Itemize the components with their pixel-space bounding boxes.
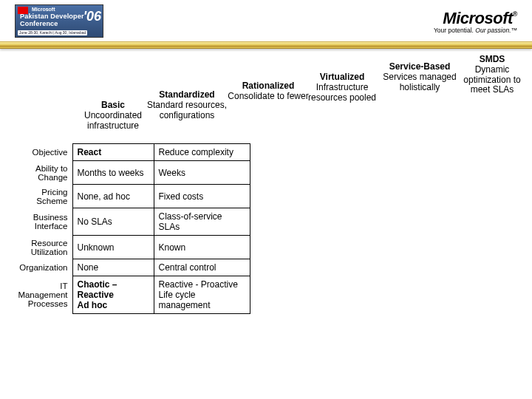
conference-badge: Microsoft Pakistan Developer Conference … [15,4,103,38]
slide-header: Microsoft Pakistan Developer Conference … [0,0,532,41]
maturity-levels: Basic Uncoordinated infrastructure Stand… [6,55,526,143]
cell-basic: Months to weeks [72,161,154,185]
table-row: Objective React Reduce complexity [6,144,250,161]
row-label: Business Interface [6,208,72,236]
level-rationalized: Rationalized Consolidate to fewer [228,81,309,102]
microsoft-logo: Microsoft® [434,9,517,28]
cell-basic: None [72,259,154,276]
level-standardized: Standardized Standard resources, configu… [143,90,231,120]
comparison-table: Objective React Reduce complexity Abilit… [6,143,250,314]
table-row: Ability to Change Months to weeks Weeks [6,161,250,185]
cell-standardized: Fixed costs [154,185,250,208]
slide-content: Basic Uncoordinated infrastructure Stand… [0,49,532,314]
row-label: Resource Utilization [6,236,72,259]
level-smds: SMDS Dynamic optimization to meet SLAs [455,55,529,95]
row-label: Pricing Scheme [6,185,72,208]
cell-basic: Unknown [72,236,154,259]
table-row: Resource Utilization Unknown Known [6,236,250,259]
level-basic: Basic Uncoordinated infrastructure [76,100,150,131]
badge-dates: June 28-30, Karachi | Aug 30, Islamabad [18,30,87,36]
row-label: Ability to Change [6,161,72,185]
cell-standardized: Class-of-service SLAs [154,208,250,236]
badge-line1: Pakistan Developer Conference [20,13,84,28]
cell-basic: Chaotic – Reactive Ad hoc [72,276,154,314]
table-row: Pricing Scheme None, ad hoc Fixed costs [6,185,250,208]
row-label: Objective [6,144,72,161]
microsoft-brand: Microsoft® Your potential. Our passion.™ [434,4,517,34]
badge-brand: Microsoft [32,7,55,13]
table-row: Organization None Central control [6,259,250,276]
cell-basic: None, ad hoc [72,185,154,208]
level-virtualized: Virtualized Infrastructure resources poo… [298,72,386,103]
cell-standardized: Weeks [154,161,250,185]
badge-year: '06 [83,10,101,24]
divider-bar [0,41,532,49]
cell-standardized: Central control [154,259,250,276]
cell-standardized: Reduce complexity [154,144,250,161]
cell-standardized: Known [154,236,250,259]
cell-basic: No SLAs [72,208,154,236]
table-row: Business Interface No SLAs Class-of-serv… [6,208,250,236]
level-service-based: Service-Based Services managed holistica… [383,62,457,92]
cell-basic: React [72,144,154,161]
row-label: Organization [6,259,72,276]
table-row: IT Management Processes Chaotic – Reacti… [6,276,250,314]
cell-standardized: Reactive - Proactive Life cycle manageme… [154,276,250,314]
microsoft-tagline: Your potential. Our passion.™ [434,27,517,34]
row-label: IT Management Processes [6,276,72,314]
